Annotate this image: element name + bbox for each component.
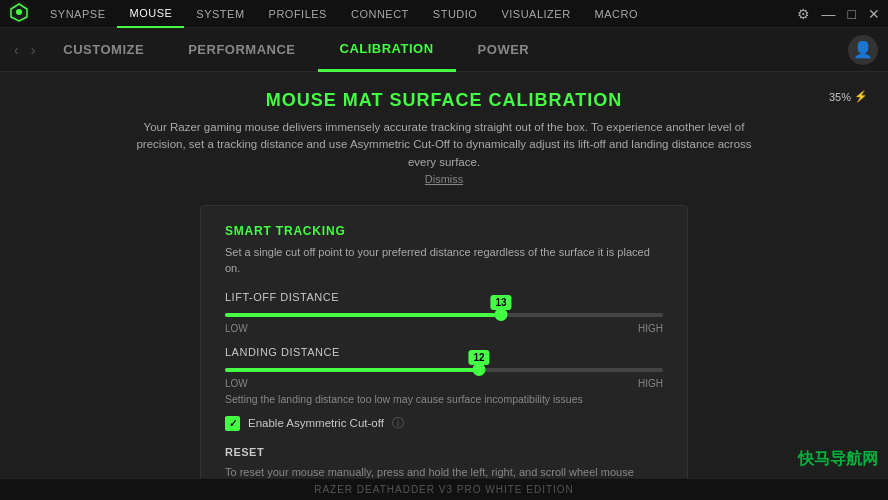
device-name: RAZER DEATHADDER V3 PRO WHITE EDITION [314,484,574,495]
tab-customize[interactable]: CUSTOMIZE [41,28,166,72]
liftoff-thumb[interactable] [494,308,507,321]
checkmark-icon: ✓ [229,418,237,429]
landing-range-labels: LOW HIGH [225,378,663,389]
battery-info: 35% ⚡ [829,90,868,103]
asymmetric-cutoff-label: Enable Asymmetric Cut-off [248,417,384,429]
bottom-bar: RAZER DEATHADDER V3 PRO WHITE EDITION [0,478,888,500]
avatar-button[interactable]: 👤 [848,35,878,65]
nav-item-macro[interactable]: MACRO [583,0,650,28]
landing-fill [225,368,479,372]
liftoff-track [225,313,663,317]
nav-forward-arrow[interactable]: › [25,42,42,58]
landing-warning: Setting the landing distance too low may… [225,393,663,405]
landing-slider-container: 12 [225,368,663,372]
nav-back-arrow[interactable]: ‹ [8,42,25,58]
liftoff-low-label: LOW [225,323,248,334]
page-title: MOUSE MAT SURFACE CALIBRATION [20,90,868,111]
nav-item-visualizer[interactable]: VISUALIZER [489,0,582,28]
tab-calibration[interactable]: CALIBRATION [318,28,456,72]
dismiss-link[interactable]: Dismiss [20,173,868,185]
svg-point-1 [16,9,22,15]
nav-item-studio[interactable]: STUDIO [421,0,490,28]
liftoff-label: LIFT-OFF DISTANCE [225,291,663,303]
reset-title: RESET [225,446,663,458]
liftoff-fill [225,313,501,317]
nav-item-mouse[interactable]: MOUSE [117,0,184,28]
landing-low-label: LOW [225,378,248,389]
charging-icon: ⚡ [854,90,868,103]
landing-high-label: HIGH [638,378,663,389]
tab-power[interactable]: POWER [456,28,552,72]
asymmetric-cutoff-row: ✓ Enable Asymmetric Cut-off ⓘ [225,415,663,432]
top-nav-bar: SYNAPSE MOUSE SYSTEM PROFILES CONNECT ST… [0,0,888,28]
smart-tracking-description: Set a single cut off point to your prefe… [225,244,663,277]
razer-logo[interactable] [8,1,30,27]
reset-description: To reset your mouse manually, press and … [225,464,663,478]
second-nav-bar: ‹ › CUSTOMIZE PERFORMANCE CALIBRATION PO… [0,28,888,72]
nav-item-system[interactable]: SYSTEM [184,0,256,28]
maximize-icon[interactable]: □ [848,6,856,22]
main-content: MOUSE MAT SURFACE CALIBRATION 35% ⚡ Your… [0,72,888,478]
nav-item-connect[interactable]: CONNECT [339,0,421,28]
info-icon[interactable]: ⓘ [392,415,404,432]
calibration-card: SMART TRACKING Set a single cut off poin… [200,205,688,478]
battery-percent: 35% [829,91,851,103]
smart-tracking-title: SMART TRACKING [225,224,663,238]
tab-performance[interactable]: PERFORMANCE [166,28,317,72]
minimize-icon[interactable]: — [822,6,836,22]
close-icon[interactable]: ✕ [868,6,880,22]
watermark: 快马导航网 [798,449,878,470]
nav-item-synapse[interactable]: SYNAPSE [38,0,117,28]
liftoff-range-labels: LOW HIGH [225,323,663,334]
landing-label: LANDING DISTANCE [225,346,663,358]
liftoff-high-label: HIGH [638,323,663,334]
landing-track [225,368,663,372]
asymmetric-cutoff-checkbox[interactable]: ✓ [225,416,240,431]
liftoff-slider-container: 13 [225,313,663,317]
page-header: MOUSE MAT SURFACE CALIBRATION 35% ⚡ Your… [0,72,888,197]
user-icon: 👤 [853,40,873,59]
page-description: Your Razer gaming mouse delivers immense… [134,119,754,171]
nav-item-profiles[interactable]: PROFILES [257,0,339,28]
settings-icon[interactable]: ⚙ [797,6,810,22]
landing-thumb[interactable] [473,363,486,376]
